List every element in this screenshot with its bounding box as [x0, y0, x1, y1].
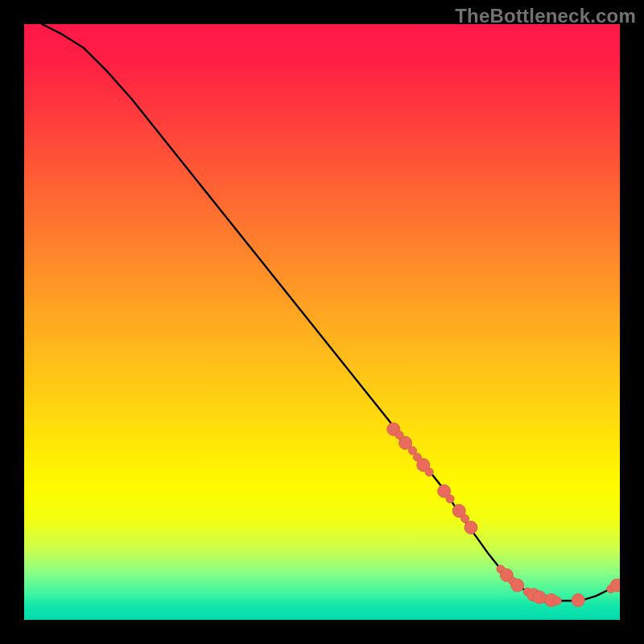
marker-dot	[461, 514, 469, 522]
gradient-backdrop	[24, 24, 620, 620]
marker-dot	[610, 579, 620, 592]
marker-dot	[425, 468, 433, 476]
marker-dot	[553, 597, 561, 605]
marker-dot	[511, 579, 524, 592]
marker-dot	[446, 495, 454, 503]
chart-svg	[24, 24, 620, 620]
marker-dot	[572, 594, 584, 607]
stage: TheBottleneck.com	[0, 0, 644, 644]
marker-dot	[464, 521, 477, 534]
plot-area	[24, 24, 620, 620]
